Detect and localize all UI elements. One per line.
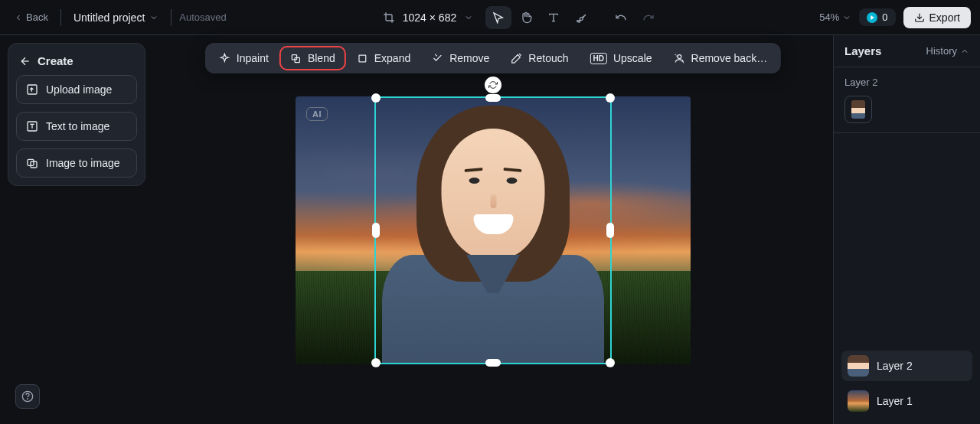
expand-label: Expand (374, 52, 410, 64)
zoom-value: 54% (819, 11, 839, 23)
expand-button[interactable]: Expand (348, 47, 420, 69)
crop-icon (383, 11, 395, 24)
tool-group (484, 5, 596, 31)
hand-icon (520, 11, 532, 24)
resize-handle-top[interactable] (485, 94, 501, 102)
credits-icon (867, 12, 877, 23)
separator (60, 9, 61, 26)
download-icon (914, 12, 925, 23)
autosaved-status: Autosaved (179, 11, 226, 23)
resize-handle-bottom[interactable] (485, 359, 501, 367)
redo-button[interactable] (635, 6, 662, 29)
export-label: Export (929, 11, 960, 24)
help-icon (21, 390, 34, 403)
thumbnail-image (851, 100, 865, 119)
image-to-image-button[interactable]: Image to image (16, 148, 137, 178)
chevron-down-icon (842, 13, 851, 22)
blend-label: Blend (308, 52, 335, 64)
inpaint-label: Inpaint (237, 52, 269, 64)
resize-handle-br[interactable] (606, 358, 615, 367)
layer-row-1[interactable]: Layer 1 (841, 386, 972, 416)
help-button[interactable] (15, 384, 40, 409)
create-title: Create (38, 54, 74, 67)
back-arrow-icon (19, 55, 31, 67)
blend-button[interactable]: Blend (281, 47, 345, 69)
layer-name: Layer 2 (877, 360, 913, 372)
layer-name: Layer 1 (877, 395, 913, 407)
panel-spacer (834, 132, 980, 343)
brush-icon (575, 11, 587, 24)
svg-rect-8 (359, 55, 366, 62)
history-label: History (926, 45, 957, 57)
resize-handle-right[interactable] (606, 223, 614, 238)
top-bar: Back Untitled project Autosaved 1024 × 6… (0, 0, 980, 35)
text-to-image-label: Text to image (46, 120, 109, 132)
dimensions-value: 1024 × 682 (403, 11, 456, 24)
zoom-control[interactable]: 54% (819, 11, 851, 23)
image-to-image-icon (26, 157, 38, 169)
layer-thumbnail (848, 355, 869, 377)
svg-point-11 (28, 399, 28, 400)
export-button[interactable]: Export (903, 7, 971, 28)
hand-tool[interactable] (513, 6, 539, 29)
hd-icon: HD (590, 53, 607, 64)
layers-list: Layer 2 Layer 1 (834, 343, 980, 424)
credits-button[interactable]: 0 (859, 8, 895, 26)
chevron-up-icon (960, 47, 969, 56)
back-button[interactable]: Back (9, 8, 53, 26)
remove-icon (432, 53, 443, 64)
upload-image-button[interactable]: Upload image (16, 75, 137, 104)
text-to-image-icon (26, 120, 38, 132)
layer-thumbnail (848, 390, 869, 412)
layers-header: Layers History (834, 35, 980, 67)
resize-handle-tl[interactable] (371, 93, 381, 103)
resize-handle-bl[interactable] (371, 358, 381, 367)
project-name: Untitled project (74, 11, 145, 24)
upload-image-label: Upload image (46, 83, 112, 96)
remove-button[interactable]: Remove (423, 47, 498, 69)
separator (171, 9, 172, 26)
layer-row-2[interactable]: Layer 2 (841, 351, 972, 381)
back-label: Back (26, 11, 48, 23)
context-toolbar: Inpaint Blend Expand Remove Retouch HD U… (205, 43, 781, 73)
right-panel: Layers History Layer 2 Layer 2 Layer 1 (833, 35, 980, 424)
canvas-area[interactable]: Inpaint Blend Expand Remove Retouch HD U… (153, 35, 833, 424)
rotate-handle[interactable] (485, 77, 501, 93)
ai-badge: AI (306, 107, 328, 121)
remove-bg-label: Remove back… (691, 52, 768, 64)
upscale-button[interactable]: HD Upscale (581, 47, 662, 69)
credits-value: 0 (882, 11, 887, 23)
create-panel: Create Upload image Text to image Image … (8, 43, 145, 186)
remove-background-button[interactable]: Remove back… (665, 47, 777, 69)
current-layer-section: Layer 2 (834, 67, 980, 132)
brush-tool[interactable] (568, 6, 594, 29)
left-panel: Create Upload image Text to image Image … (0, 35, 153, 424)
undo-icon (615, 11, 627, 24)
main-area: Create Upload image Text to image Image … (0, 35, 980, 424)
text-to-image-button[interactable]: Text to image (16, 112, 137, 141)
image-to-image-label: Image to image (46, 157, 120, 169)
create-header: Create (16, 51, 137, 67)
project-name-dropdown[interactable]: Untitled project (69, 8, 163, 27)
selection-box[interactable] (374, 96, 612, 364)
resize-handle-tr[interactable] (606, 93, 615, 103)
retouch-button[interactable]: Retouch (501, 47, 577, 69)
retouch-icon (511, 53, 522, 64)
inpaint-icon (219, 53, 230, 64)
chevron-down-icon (464, 13, 473, 22)
text-icon (547, 11, 560, 24)
upload-icon (26, 83, 38, 96)
inpaint-button[interactable]: Inpaint (210, 47, 278, 69)
history-toggle[interactable]: History (926, 45, 969, 57)
undo-button[interactable] (608, 6, 634, 29)
history-group (606, 5, 663, 31)
redo-icon (642, 11, 655, 24)
retouch-label: Retouch (528, 52, 568, 64)
text-tool[interactable] (541, 6, 567, 29)
canvas-dimensions[interactable]: 1024 × 682 (383, 11, 473, 24)
current-layer-thumbnail[interactable] (844, 96, 872, 123)
resize-handle-left[interactable] (372, 223, 380, 238)
cursor-icon (492, 11, 505, 24)
svg-point-9 (678, 54, 681, 58)
cursor-tool[interactable] (485, 6, 511, 29)
